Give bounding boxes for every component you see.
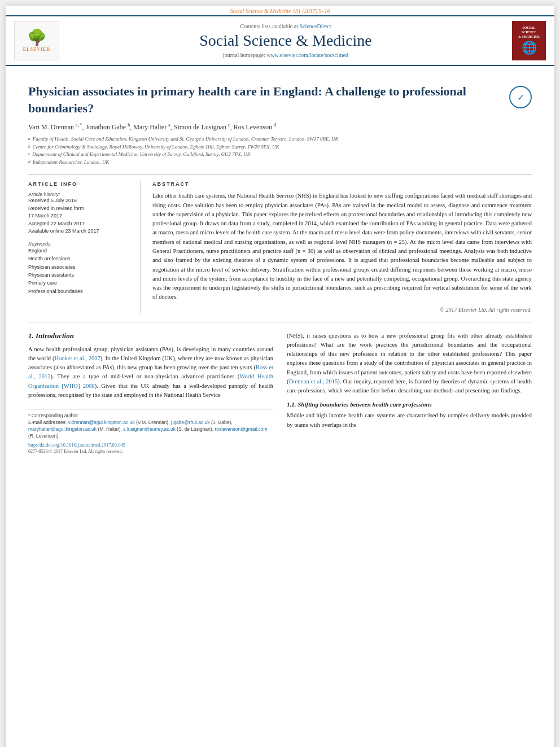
intro-title: Introduction [36, 331, 74, 340]
article-title: Physician associates in primary health c… [28, 83, 509, 116]
author-4: Simon de Lusignan c, [174, 123, 234, 131]
history-received: Received 5 July 2016 [28, 197, 133, 205]
journal-header: 🌳 ELSEVIER Contents lists available at S… [6, 16, 554, 66]
journal-center: Contents lists available at ScienceDirec… [68, 21, 504, 60]
author-5: Ros Levenson d [234, 123, 276, 131]
email-addresses-section: E-mail addresses: v.drennan@sgul.kingsto… [28, 420, 273, 440]
history-revised-label: Received in revised form [28, 205, 133, 213]
email-drennan[interactable]: v.drennan@sgul.kingston.ac.uk [68, 420, 134, 425]
abstract-label: ABSTRACT [152, 181, 532, 187]
crossmark-badge[interactable]: ✓ [509, 86, 532, 108]
homepage-label: journal homepage: [223, 52, 265, 58]
history-online: Available online 23 March 2017 [28, 228, 133, 235]
history-label: Article history: [28, 191, 133, 197]
article-info-abstract-section: ARTICLE INFO Article history: Received 5… [28, 174, 532, 312]
elsevier-tree-icon: 🌳 [27, 30, 47, 46]
keyword-health-professions: Health professions [28, 255, 133, 263]
ref-ross[interactable]: Ross et al., 2012 [28, 364, 273, 379]
journal-homepage-line: journal homepage: www.elsevier.com/locat… [223, 52, 348, 58]
subsection-number: 1.1. [287, 401, 298, 408]
abstract-text: Like other health care systems, the Nati… [152, 191, 532, 302]
journal-name-header: Social Science & Medicine [199, 32, 372, 50]
abstract-copyright: © 2017 Elsevier Ltd. All rights reserved… [152, 307, 532, 313]
ssm-logo: SOCIALSCIENCE& MEDICINE 🌐 [512, 21, 546, 60]
intro-left-col: 1. Introduction A new health professiona… [28, 331, 273, 454]
journal-top-bar: Social Science & Medicine 181 (2017) 9–1… [6, 6, 554, 16]
subsection-title: Shifting boundaries between health care … [298, 401, 431, 408]
article-title-section: Physician associates in primary health c… [28, 77, 532, 116]
page: Social Science & Medicine 181 (2017) 9–1… [6, 6, 554, 747]
abstract-col: ABSTRACT Like other health care systems,… [152, 181, 532, 312]
ref-hooker[interactable]: Hooker et al., 2007 [54, 355, 100, 361]
subsection-para: Middle and high income health care syste… [287, 411, 532, 430]
email-lusignan[interactable]: s.lusignan@surrey.ac.uk [123, 426, 176, 432]
subsection-heading: 1.1. Shifting boundaries between health … [287, 401, 532, 408]
keyword-england: England [28, 247, 133, 255]
article-info-col: ARTICLE INFO Article history: Received 5… [28, 181, 141, 312]
email-gabe-name: (J. Gabe), [211, 420, 233, 425]
intro-para2: (NHS), it raises questions as to how a n… [287, 331, 532, 396]
email-gabe[interactable]: j.gabe@rhul.ac.uk [171, 420, 210, 425]
email-levenson[interactable]: roslevenson@gmail.com [215, 426, 267, 432]
affil-line-b: b Centre for Criminology & Sociology, Ro… [28, 143, 532, 151]
affil-line-c: c Department of Clinical and Experimenta… [28, 151, 532, 159]
copyright-footer: 0277-9536/© 2017 Elsevier Ltd. All right… [28, 449, 273, 454]
main-content: Physician associates in primary health c… [6, 66, 554, 465]
intro-number: 1. [28, 331, 36, 340]
author-1: Vari M. Drennan a, *, [28, 123, 86, 131]
email-halter[interactable]: maryhalter@sgul.kingston.ac.uk [28, 426, 97, 432]
email-halter-name: (M. Halter), [98, 426, 123, 432]
history-revised-date: 17 March 2017 [28, 212, 133, 220]
footnote-section: * Corresponding author. E-mail addresses… [28, 409, 273, 454]
article-info-label: ARTICLE INFO [28, 181, 133, 187]
elsevier-logo: 🌳 ELSEVIER [14, 21, 59, 60]
ref-drennan[interactable]: Drennan et al., 2015 [289, 378, 338, 385]
email-lusignan-name: (S. de Lusignan), [177, 426, 215, 432]
affil-line-d: d Independent Researcher, London, UK [28, 159, 532, 167]
journal-homepage-url[interactable]: www.elsevier.com/locate/socscimed [266, 52, 348, 58]
globe-icon: 🌐 [522, 41, 537, 55]
contents-text: Contents lists available at [240, 23, 298, 29]
authors-line: Vari M. Drennan a, *, Jonathon Gabe b, M… [28, 122, 532, 132]
introduction-section: 1. Introduction A new health professiona… [28, 331, 532, 454]
article-history: Article history: Received 5 July 2016 Re… [28, 191, 133, 235]
crossmark-icon: ✓ [517, 92, 524, 103]
author-3: Mary Halter a, [133, 123, 174, 131]
keywords-label: Keywords: [28, 241, 133, 247]
email-levenson-name: (R. Levenson). [28, 433, 60, 439]
ref-who[interactable]: World Health Organisation [WHO] 2008 [28, 373, 273, 388]
history-accepted: Accepted 22 March 2017 [28, 220, 133, 228]
email-label: E-mail addresses: [28, 420, 68, 425]
intro-heading: 1. Introduction [28, 331, 273, 340]
author-2: Jonathon Gabe b, [86, 123, 134, 131]
sciencedirect-line: Contents lists available at ScienceDirec… [240, 23, 331, 29]
intro-para1: A new health professional group, physici… [28, 345, 273, 400]
corresponding-author-note: * Corresponding author. [28, 413, 273, 420]
journal-logo-right: SOCIALSCIENCE& MEDICINE 🌐 [509, 21, 549, 60]
keyword-primary-care: Primary care [28, 279, 133, 287]
doi-line[interactable]: http://dx.doi.org/10.1016/j.socscimed.20… [28, 442, 273, 448]
ssm-logo-text: SOCIALSCIENCE& MEDICINE [518, 26, 540, 39]
elsevier-logo-area: 🌳 ELSEVIER [11, 21, 62, 60]
keywords-section: Keywords: England Health professions Phy… [28, 241, 133, 295]
keyword-physician-associates: Physician associates [28, 263, 133, 271]
affil-line-a: a Faculty of Health, Social Care and Edu… [28, 136, 532, 143]
journal-citation: Social Science & Medicine 181 (2017) 9–1… [230, 8, 330, 14]
sciencedirect-link[interactable]: ScienceDirect [299, 23, 331, 29]
keyword-professional-boundaries: Professional boundaries [28, 287, 133, 295]
email-drennan-name: (V.M. Drennan), [136, 420, 171, 425]
section-divider [28, 322, 532, 322]
keyword-physician-assistants: Physician assistants [28, 271, 133, 279]
affiliations: a Faculty of Health, Social Care and Edu… [28, 136, 532, 166]
elsevier-label: ELSEVIER [23, 47, 50, 52]
intro-right-col: (NHS), it raises questions as to how a n… [287, 331, 532, 454]
